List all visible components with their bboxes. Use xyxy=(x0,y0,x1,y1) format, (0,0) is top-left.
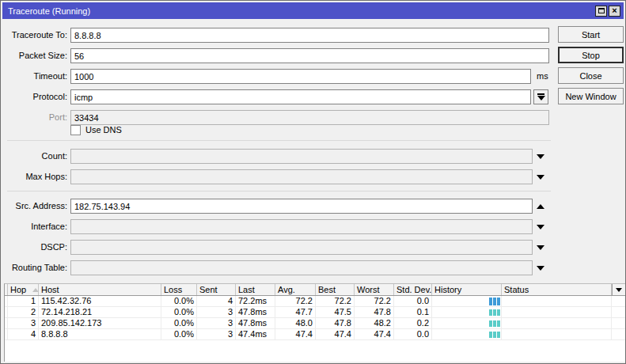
cell-host: 115.42.32.76 xyxy=(39,296,161,306)
cell-worst: 48.2 xyxy=(355,318,394,328)
dropdown-icon xyxy=(537,93,544,95)
src-address-collapse-toggle[interactable] xyxy=(537,204,544,209)
protocol-dropdown-button[interactable] xyxy=(533,89,548,104)
routing-table-expand-toggle[interactable] xyxy=(537,266,544,271)
timeout-unit-label: ms xyxy=(537,71,548,81)
packet-size-label: Packet Size: xyxy=(1,51,67,60)
cell-sent: 4 xyxy=(197,296,236,306)
src-address-input[interactable] xyxy=(70,199,533,214)
cell-avg: 48.0 xyxy=(275,318,316,328)
cell-host: 209.85.142.173 xyxy=(39,318,161,328)
timeout-input[interactable] xyxy=(70,69,531,84)
cell-last: 47.8ms xyxy=(236,318,275,328)
cell-worst: 47.4 xyxy=(355,329,394,339)
column-header-last[interactable]: Last xyxy=(236,284,275,295)
routing-table-input[interactable] xyxy=(70,260,533,275)
dscp-expand-toggle[interactable] xyxy=(537,245,544,250)
column-header-history[interactable]: History xyxy=(432,284,502,295)
column-header-avg[interactable]: Avg. xyxy=(275,284,316,295)
table-row[interactable]: 2 72.14.218.21 0.0% 3 47.8ms 47.7 47.5 4… xyxy=(5,307,625,318)
count-expand-toggle[interactable] xyxy=(537,154,544,159)
cell-sent: 3 xyxy=(197,307,236,317)
column-header-std-dev[interactable]: Std. Dev. xyxy=(394,284,432,295)
packet-size-input[interactable] xyxy=(70,48,549,63)
max-hops-input[interactable] xyxy=(70,169,533,184)
cell-std-dev: 0.2 xyxy=(394,318,432,328)
interface-expand-toggle[interactable] xyxy=(537,225,544,229)
history-sparkline xyxy=(432,318,502,328)
cell-best: 47.4 xyxy=(316,329,355,339)
traceroute-to-label: Traceroute To: xyxy=(1,30,67,40)
column-header-hop[interactable]: Hop xyxy=(8,284,39,295)
column-header-host[interactable]: Host xyxy=(39,284,161,295)
cell-hop: 2 xyxy=(8,307,39,317)
cell-worst: 72.2 xyxy=(355,296,394,306)
cell-host: 8.8.8.8 xyxy=(39,329,161,339)
routing-table-label: Routing Table: xyxy=(1,263,67,272)
chevron-down-icon xyxy=(616,288,622,292)
table-row[interactable]: 1 115.42.32.76 0.0% 4 72.2ms 72.2 72.2 7… xyxy=(5,296,625,307)
protocol-label: Protocol: xyxy=(1,92,67,101)
close-button[interactable]: Close xyxy=(558,67,624,84)
interface-input[interactable] xyxy=(70,219,533,234)
interface-label: Interface: xyxy=(1,222,67,231)
max-hops-expand-toggle[interactable] xyxy=(537,175,544,180)
close-window-button[interactable]: × xyxy=(609,6,620,17)
cell-host: 72.14.218.21 xyxy=(39,307,161,317)
cell-avg: 47.4 xyxy=(275,329,316,339)
timeout-label: Timeout: xyxy=(1,71,67,81)
cell-worst: 47.8 xyxy=(355,307,394,317)
traceroute-to-input[interactable] xyxy=(70,28,549,43)
titlebar[interactable]: Traceroute (Running) × xyxy=(2,2,624,19)
cell-avg: 47.7 xyxy=(275,307,316,317)
cell-std-dev: 0.1 xyxy=(394,307,432,317)
stop-button[interactable]: Stop xyxy=(558,47,624,63)
history-sparkline xyxy=(432,307,502,317)
column-selector-button[interactable] xyxy=(612,284,625,295)
column-header-status[interactable]: Status xyxy=(502,284,612,295)
cell-sent: 3 xyxy=(197,318,236,328)
use-dns-label[interactable]: Use DNS xyxy=(85,125,122,135)
cell-status xyxy=(502,329,612,339)
maximize-icon xyxy=(598,8,605,13)
cell-loss: 0.0% xyxy=(161,318,197,328)
sort-ascending-icon xyxy=(32,288,39,292)
cell-sent: 3 xyxy=(197,329,236,339)
cell-last: 47.8ms xyxy=(236,307,275,317)
start-button[interactable]: Start xyxy=(558,26,624,43)
cell-std-dev: 0.0 xyxy=(394,329,432,339)
maximize-button[interactable] xyxy=(595,6,607,17)
column-header-worst[interactable]: Worst xyxy=(355,284,394,295)
table-row[interactable]: 4 8.8.8.8 0.0% 3 47.4ms 47.4 47.4 47.4 0… xyxy=(5,329,625,340)
column-header-loss[interactable]: Loss xyxy=(161,284,197,295)
column-selector-cell xyxy=(612,284,625,295)
cell-hop: 3 xyxy=(8,318,39,328)
separator xyxy=(7,140,551,141)
history-sparkline xyxy=(432,329,502,339)
src-address-label: Src. Address: xyxy=(1,201,67,210)
close-icon: × xyxy=(612,6,617,15)
chevron-down-icon xyxy=(537,96,545,100)
port-label: Port: xyxy=(1,112,67,122)
table-row[interactable]: 3 209.85.142.173 0.0% 3 47.8ms 48.0 47.8… xyxy=(5,318,625,329)
table-header-row: Hop Host Loss Sent Last Avg. Best Worst … xyxy=(5,284,625,296)
cell-best: 47.8 xyxy=(316,318,355,328)
cell-hop: 4 xyxy=(8,329,39,339)
traceroute-results-table: Hop Host Loss Sent Last Avg. Best Worst … xyxy=(4,283,625,362)
dscp-label: DSCP: xyxy=(1,242,67,252)
cell-last: 47.4ms xyxy=(236,329,275,339)
count-input[interactable] xyxy=(70,149,533,164)
dscp-input[interactable] xyxy=(70,240,533,255)
column-header-best[interactable]: Best xyxy=(316,284,355,295)
protocol-input[interactable] xyxy=(70,89,531,104)
cell-status xyxy=(502,318,612,328)
cell-hop: 1 xyxy=(8,296,39,306)
cell-avg: 72.2 xyxy=(275,296,316,306)
history-sparkline xyxy=(432,296,502,306)
column-header-sent[interactable]: Sent xyxy=(197,284,236,295)
max-hops-label: Max Hops: xyxy=(1,172,67,181)
use-dns-checkbox[interactable] xyxy=(70,125,81,135)
cell-std-dev: 0.0 xyxy=(394,296,432,306)
cell-best: 72.2 xyxy=(316,296,355,306)
new-window-button[interactable]: New Window xyxy=(558,88,624,104)
